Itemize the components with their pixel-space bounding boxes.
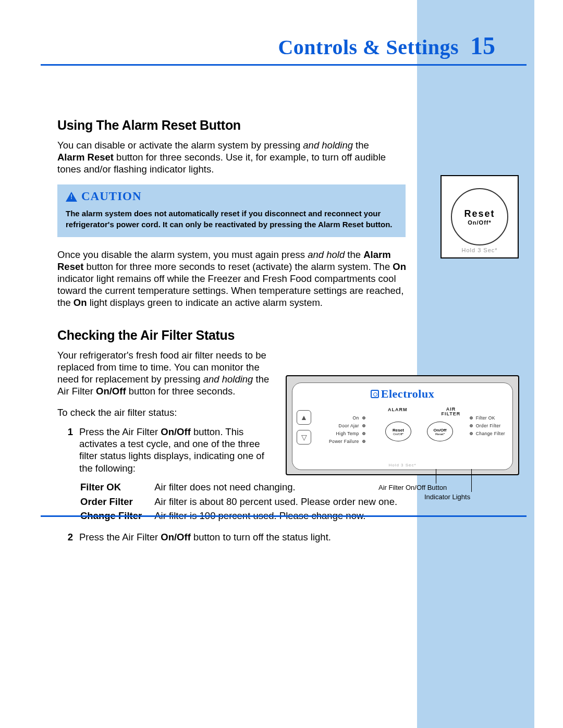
- air-filter-check-lead: To check the air filter status:: [57, 406, 282, 418]
- control-panel-face: Electrolux ▲ ▽ ALARM AIRFILTER On: [292, 382, 513, 470]
- text-bold: On/Off: [161, 426, 191, 437]
- callout-indicator-lights: Indicator Lights: [424, 493, 470, 501]
- caution-label: CAUTION: [81, 190, 142, 203]
- alarm-col-label: ALARM: [388, 407, 408, 416]
- control-panel-figure: Electrolux ▲ ▽ ALARM AIRFILTER On: [286, 375, 519, 504]
- indicator-dot-icon: [362, 432, 365, 435]
- page-number: 15: [470, 31, 495, 60]
- main-body: Reset On/Off* Hold 3 Sec* Using The Alar…: [0, 66, 563, 543]
- step-number: 1: [57, 426, 79, 474]
- text-bold: Alarm Reset: [57, 152, 114, 163]
- text: button to turn off the status light.: [191, 532, 331, 542]
- indicator-label: Door Ajar: [339, 423, 359, 428]
- indicator-dot-icon: [470, 416, 473, 419]
- section-heading-air-filter: Checking the Air Filter Status: [57, 328, 563, 343]
- text: button for three seconds.: [126, 386, 236, 397]
- callout-line: [471, 469, 472, 492]
- air-filter-col-label: AIRFILTER: [442, 407, 461, 416]
- step-text: Press the Air Filter On/Off button to tu…: [79, 531, 563, 543]
- text-bold: On/Off: [96, 386, 126, 397]
- temp-down-icon: ▽: [297, 430, 311, 445]
- indicator-row: Power Failure: [329, 439, 365, 444]
- text-bold: On: [74, 297, 87, 308]
- control-panel-frame: Electrolux ▲ ▽ ALARM AIRFILTER On: [286, 375, 519, 475]
- panel-grid: ▲ ▽ ALARM AIRFILTER On Door Ajar High Te…: [297, 407, 508, 467]
- reset-label: Reset: [464, 208, 495, 219]
- reset-hold-text: Hold 3 Sec*: [442, 247, 518, 253]
- indicator-row: Order Filter: [470, 423, 505, 428]
- panel-column-labels: ALARM AIRFILTER: [388, 407, 460, 416]
- alarm-indicator-list: On Door Ajar High Temp Power Failure: [329, 415, 365, 447]
- indicator-dot-icon: [470, 432, 473, 435]
- indicator-row: Filter OK: [470, 415, 505, 421]
- reset-button-icon: Reset On/Off*: [451, 188, 508, 245]
- text-bold: On: [393, 261, 406, 272]
- brand-text: Electrolux: [381, 387, 434, 400]
- text: You can disable or activate the alarm sy…: [57, 140, 303, 151]
- indicator-dot-icon: [362, 424, 365, 427]
- caution-box: CAUTION The alarm system does not automa…: [57, 184, 406, 237]
- indicator-label: High Temp: [336, 431, 359, 436]
- brand-label: Electrolux: [297, 387, 508, 401]
- step-text: Press the Air Filter On/Off button. This…: [79, 426, 276, 474]
- text: the: [345, 249, 363, 260]
- indicator-dot-icon: [470, 424, 473, 427]
- alarm-reset-followup: Once you disable the alarm system, you m…: [57, 249, 407, 309]
- indicator-row: On: [329, 415, 365, 421]
- panel-hold-text: Hold 3 Sec*: [297, 463, 508, 467]
- text-italic: and hold: [308, 249, 345, 260]
- indicator-dot-icon: [362, 416, 365, 419]
- temp-up-icon: ▲: [297, 410, 311, 425]
- air-filter-intro: Your refrigerator's fresh food air filte…: [57, 349, 282, 398]
- step-number: 2: [57, 531, 79, 543]
- text: the: [353, 140, 369, 151]
- step-item: 2 Press the Air Filter On/Off button to …: [57, 531, 563, 543]
- text: FILTER: [442, 411, 461, 416]
- page-header: Controls & Settings 15: [41, 31, 527, 66]
- caution-triangle-icon: [66, 192, 77, 202]
- text: Once you disable the alarm system, you m…: [57, 249, 308, 260]
- text: On/Off*: [393, 433, 403, 436]
- text: Press the Air Filter: [79, 426, 161, 437]
- steps-list-2: 2 Press the Air Filter On/Off button to …: [57, 531, 563, 543]
- callout-onoff-button: Air Filter On/Off Button: [378, 484, 447, 491]
- indicator-row: High Temp: [329, 431, 365, 436]
- alarm-reset-intro: You can disable or activate the alarm sy…: [57, 139, 391, 175]
- indicator-row: Door Ajar: [329, 423, 365, 428]
- indicator-row: Change Filter: [470, 431, 505, 436]
- text-italic: and holding: [203, 374, 253, 385]
- callout-line: [436, 469, 436, 484]
- indicator-label: On: [353, 415, 359, 421]
- indicator-label: Filter OK: [476, 415, 495, 421]
- panel-onoff-button-icon: On/Off Reset*: [427, 422, 453, 441]
- indicator-label: Power Failure: [329, 439, 359, 444]
- footer-rule: [41, 515, 527, 517]
- filter-indicator-list: Filter OK Order Filter Change Filter: [470, 415, 505, 439]
- page-content: Controls & Settings 15 Reset On/Off* Hol…: [0, 0, 563, 548]
- indicator-dot-icon: [362, 440, 365, 443]
- text: On/Off: [434, 428, 447, 433]
- text: light displays green to indicate an acti…: [87, 297, 323, 308]
- electrolux-logo-icon: [371, 390, 379, 398]
- section-heading-alarm-reset: Using The Alarm Reset Button: [57, 118, 563, 133]
- text-bold: On/Off: [161, 532, 191, 542]
- text-italic: and holding: [303, 140, 353, 151]
- arrow-buttons: ▲ ▽: [297, 410, 311, 445]
- text: button for three more seconds to reset (…: [83, 261, 393, 272]
- status-key: Order Filter: [80, 495, 153, 509]
- caution-body: The alarm system does not automatically …: [66, 208, 397, 230]
- text: Press the Air Filter: [79, 532, 161, 542]
- caution-header: CAUTION: [66, 190, 397, 203]
- panel-reset-button-icon: Reset On/Off*: [385, 422, 411, 441]
- page-title: Controls & Settings: [278, 35, 459, 59]
- reset-button-figure: Reset On/Off* Hold 3 Sec*: [440, 175, 519, 258]
- text: Reset*: [435, 433, 445, 436]
- status-key: Filter OK: [80, 480, 153, 494]
- reset-sublabel: On/Off*: [468, 219, 492, 226]
- indicator-label: Order Filter: [476, 423, 501, 428]
- text: Reset: [393, 428, 404, 433]
- indicator-label: Change Filter: [476, 431, 505, 436]
- panel-callouts: Air Filter On/Off Button Indicator Light…: [286, 478, 519, 504]
